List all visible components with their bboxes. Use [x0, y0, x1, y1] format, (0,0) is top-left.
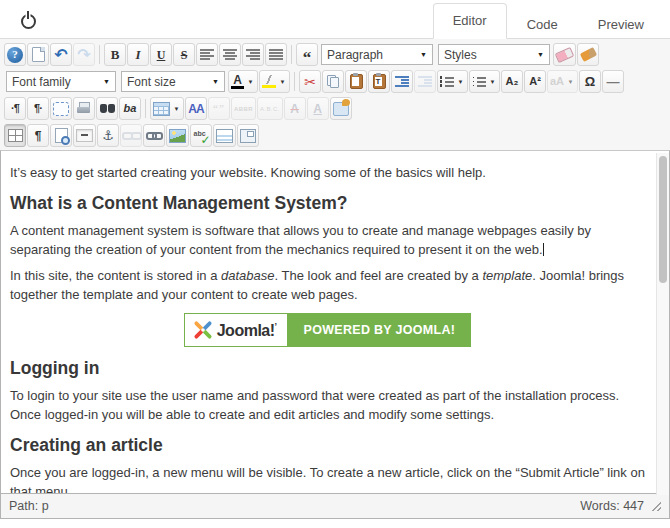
unlink-button[interactable]	[120, 124, 142, 147]
readmore-button[interactable]	[213, 124, 236, 147]
align-left-icon	[200, 49, 214, 60]
banner-row: Joomla!’ POWERED BY JOOMLA!	[10, 313, 645, 347]
status-bar: Path: p Words: 447	[0, 494, 670, 519]
italic-button[interactable]: I	[127, 43, 149, 66]
resize-grip-icon[interactable]	[651, 501, 661, 511]
format-select-value: Paragraph	[327, 48, 383, 62]
link-button[interactable]	[143, 124, 165, 147]
font-family-select[interactable]: Font family▼	[6, 71, 116, 92]
anchor-button[interactable]: ⚓	[97, 124, 119, 147]
scrollbar-thumb[interactable]	[659, 156, 667, 283]
blockquote-button[interactable]: “	[296, 43, 318, 66]
underline-button[interactable]: U	[150, 43, 172, 66]
align-justify-button[interactable]	[265, 43, 287, 66]
paste-text-icon	[373, 74, 386, 89]
change-case-button[interactable]: aA▼	[547, 70, 578, 93]
content-paragraph: To login to your site use the user name …	[10, 386, 645, 424]
link-icon	[146, 131, 162, 141]
content-heading: Creating an article	[10, 435, 645, 456]
chevron-down-icon: ▼	[488, 79, 497, 85]
toggle-editor-button[interactable]	[16, 8, 40, 32]
visual-blocks-button[interactable]	[50, 97, 72, 120]
strikethrough-button[interactable]: S	[173, 43, 195, 66]
align-center-button[interactable]	[219, 43, 241, 66]
style-props-button[interactable]: AA	[185, 97, 207, 120]
underline-icon: U	[157, 49, 166, 61]
image-button[interactable]	[166, 124, 189, 147]
content-heading: Logging in	[10, 358, 645, 379]
pagebreak-button[interactable]	[237, 124, 259, 147]
find-icon	[100, 103, 115, 114]
find-replace-button[interactable]: ba	[119, 97, 141, 120]
insert-hr-button[interactable]	[73, 124, 96, 147]
text-color-button[interactable]: A▼	[228, 70, 258, 93]
align-right-button[interactable]	[242, 43, 264, 66]
paste-text-button[interactable]	[368, 70, 390, 93]
help-button[interactable]: ?	[4, 43, 26, 66]
bullet-list-button[interactable]: ▼	[469, 70, 500, 93]
attributes-icon	[333, 102, 349, 116]
numbered-list-button[interactable]: ▼	[437, 70, 468, 93]
acronym-button[interactable]: A.B.C.	[257, 97, 283, 120]
superscript-button[interactable]: A²	[524, 70, 546, 93]
remove-format-button[interactable]	[553, 43, 576, 66]
align-left-button[interactable]	[196, 43, 218, 66]
preview-button[interactable]	[50, 124, 72, 147]
cut-button[interactable]: ✂	[299, 70, 321, 93]
strikethrough-icon: S	[181, 49, 188, 61]
toolbar-separator	[294, 72, 295, 91]
ins-button[interactable]: A	[307, 97, 329, 120]
styles-select[interactable]: Styles▼	[438, 44, 550, 65]
toolbar-separator	[291, 45, 292, 64]
font-size-select-value: Font size	[127, 75, 176, 89]
cite-icon: “”	[213, 103, 225, 114]
readmore-icon	[216, 129, 233, 143]
content-scrollbar[interactable]	[656, 153, 669, 495]
print-button[interactable]	[73, 97, 95, 120]
abbr-button[interactable]: ABBR	[231, 97, 256, 120]
rtl-button[interactable]: ¶·	[27, 97, 49, 120]
attributes-button[interactable]	[330, 97, 352, 120]
ltr-button[interactable]: ·¶	[4, 97, 26, 120]
cleanup-button[interactable]	[577, 43, 599, 66]
del-button[interactable]: A	[284, 97, 306, 120]
visual-chars-icon: ¶	[35, 130, 42, 142]
tab-preview[interactable]: Preview	[578, 8, 664, 39]
spellcheck-button[interactable]: abc	[190, 124, 212, 147]
tab-code[interactable]: Code	[507, 8, 578, 39]
paste-button[interactable]	[345, 70, 367, 93]
editor-body[interactable]: It’s easy to get started creating your w…	[0, 150, 670, 494]
visual-chars-button[interactable]: ¶	[27, 124, 49, 147]
chevron-down-icon: ▼	[103, 78, 110, 85]
align-center-icon	[223, 49, 237, 60]
special-char-button[interactable]: Ω	[579, 70, 601, 93]
powered-by-joomla-badge: POWERED BY JOOMLA!	[288, 313, 472, 347]
cut-icon: ✂	[304, 75, 316, 89]
change-case-icon: aA	[550, 76, 564, 87]
chevron-down-icon: ▼	[278, 79, 287, 85]
format-select[interactable]: Paragraph▼	[321, 44, 433, 65]
unlink-icon	[123, 131, 139, 141]
new-document-button[interactable]	[27, 43, 49, 66]
ltr-icon: ·¶	[11, 103, 19, 114]
editor-header: EditorCodePreview	[0, 0, 670, 39]
subscript-button[interactable]: A₂	[501, 70, 523, 93]
bullet-list-icon	[472, 76, 486, 88]
table-icon	[153, 102, 170, 116]
copy-button[interactable]	[322, 70, 344, 93]
del-icon: A	[290, 103, 299, 115]
undo-button[interactable]: ↶	[50, 43, 72, 66]
redo-button[interactable]: ↷	[73, 43, 95, 66]
horizontal-rule-button[interactable]: —	[602, 70, 624, 93]
outdent-button[interactable]	[414, 70, 436, 93]
tab-editor[interactable]: Editor	[433, 3, 507, 39]
bold-button[interactable]: B	[104, 43, 126, 66]
chevron-down-icon: ▼	[420, 51, 427, 58]
toggle-borders-button[interactable]	[4, 124, 26, 147]
cite-button[interactable]: “”	[208, 97, 230, 120]
indent-button[interactable]	[391, 70, 413, 93]
font-size-select[interactable]: Font size▼	[121, 71, 225, 92]
table-button[interactable]: ▼	[150, 97, 184, 120]
find-button[interactable]	[96, 97, 118, 120]
highlight-color-button[interactable]: ▼	[259, 70, 290, 93]
